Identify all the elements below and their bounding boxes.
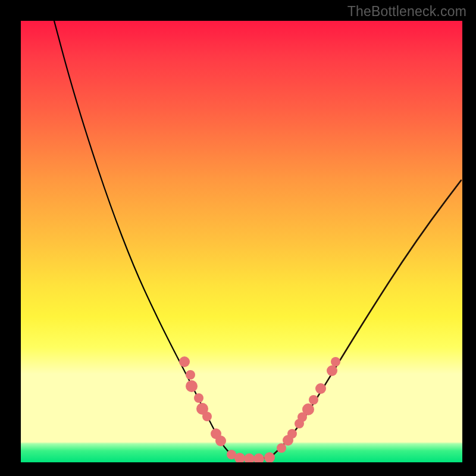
data-point-right bbox=[287, 429, 297, 439]
data-point-right bbox=[302, 403, 314, 415]
data-point-right bbox=[295, 419, 304, 428]
data-point-left bbox=[194, 393, 203, 403]
data-point-right bbox=[315, 383, 326, 394]
data-point-left bbox=[227, 450, 236, 459]
chart-frame: TheBottleneck.com bbox=[0, 0, 476, 476]
data-point-right bbox=[277, 443, 286, 453]
data-point-right bbox=[331, 357, 340, 367]
data-point-left bbox=[186, 370, 195, 380]
data-point-left bbox=[202, 412, 212, 421]
data-point-left bbox=[211, 428, 221, 439]
watermark-text: TheBottleneck.com bbox=[347, 4, 466, 20]
data-point-floor bbox=[253, 453, 264, 462]
data-point-floor bbox=[234, 453, 245, 462]
data-point-right bbox=[298, 412, 307, 422]
data-point-right bbox=[283, 435, 293, 446]
curve-svg bbox=[21, 21, 462, 462]
data-point-right bbox=[327, 365, 337, 376]
data-point-left bbox=[179, 356, 190, 367]
data-point-floor bbox=[264, 452, 275, 462]
data-point-right bbox=[309, 395, 318, 405]
bottleneck-curve-right bbox=[271, 180, 461, 457]
data-point-left bbox=[215, 436, 226, 446]
data-point-left bbox=[196, 403, 208, 415]
plot-area bbox=[21, 21, 462, 462]
data-point-floor bbox=[244, 453, 255, 462]
data-point-left bbox=[186, 380, 198, 392]
bottleneck-curve bbox=[54, 21, 461, 459]
